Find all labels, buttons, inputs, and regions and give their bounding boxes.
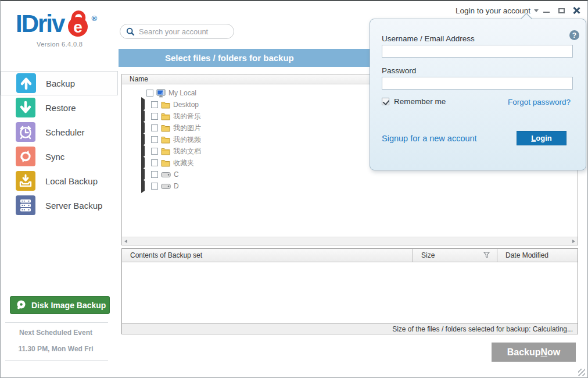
sidebar-item-label: Restore: [45, 103, 76, 113]
login-button-label: L: [531, 134, 536, 142]
chevron-down-icon: [534, 9, 539, 12]
question-mark-icon: ?: [572, 31, 576, 40]
upload-arrow-icon: [16, 73, 36, 93]
column-header-label: Size: [421, 251, 435, 259]
username-label: Username / Email Address: [382, 34, 475, 43]
login-button[interactable]: Login: [517, 131, 567, 145]
svg-text:e: e: [74, 18, 83, 36]
checkbox[interactable]: [151, 183, 158, 190]
idrive-logo: IDriv e ® Version 6.4.0.8: [16, 10, 97, 48]
disk-image-backup-label: Disk Image Backup: [31, 301, 106, 310]
login-popup: ? Username / Email Address Password Reme…: [370, 19, 586, 170]
login-account-label: Login to your account: [456, 6, 530, 15]
checkbox[interactable]: [151, 171, 158, 178]
folder-icon: [161, 101, 170, 109]
divider: [5, 322, 108, 323]
tree-label: C: [174, 170, 179, 179]
drive-icon: [161, 172, 171, 178]
close-button[interactable]: [569, 4, 584, 17]
sidebar-item-scheduler[interactable]: Scheduler: [1, 120, 119, 144]
resize-grip-icon[interactable]: [578, 369, 585, 376]
sidebar-item-label: Sync: [45, 152, 64, 162]
popup-caret: [520, 13, 533, 19]
status-text: Size of the files / folders selected for…: [392, 325, 573, 333]
remember-me-checkbox[interactable]: [382, 98, 389, 105]
tree-label: My Local: [168, 89, 196, 97]
lock-logo-icon: e: [65, 9, 91, 40]
checkbox[interactable]: [151, 124, 158, 131]
sidebar-item-server-backup[interactable]: Server Backup: [1, 193, 119, 217]
tray-icon: [16, 171, 35, 191]
status-bar: Size of the files / folders selected for…: [122, 323, 578, 334]
disk-image-backup-button[interactable]: Disk Image Backup: [10, 296, 110, 314]
sidebar-item-sync[interactable]: Sync: [1, 144, 119, 169]
folder-icon: [161, 147, 170, 155]
folder-icon: [161, 124, 170, 132]
app-window: Login to your account IDriv e ® Version …: [0, 0, 588, 378]
tree-row-drive[interactable]: D: [122, 180, 578, 192]
sidebar-item-restore[interactable]: Restore: [1, 95, 119, 120]
next-scheduled-event-time: 11.30 PM, Mon Wed Fri: [1, 345, 111, 353]
drive-icon: [161, 183, 171, 190]
sidebar-item-local-backup[interactable]: Local Backup: [1, 169, 119, 193]
checkbox[interactable]: [146, 90, 153, 97]
checkbox[interactable]: [151, 136, 158, 143]
backup-now-label: Backup: [507, 347, 541, 358]
maximize-button[interactable]: [554, 4, 569, 17]
checkbox[interactable]: [151, 113, 158, 120]
tree-label: D: [174, 182, 179, 190]
column-header-contents[interactable]: Contents of Backup set: [122, 249, 413, 262]
download-arrow-icon: [16, 98, 35, 117]
tree-row-drive[interactable]: C: [122, 169, 578, 180]
expander-icon[interactable]: [141, 179, 145, 193]
minimize-button[interactable]: [539, 4, 554, 17]
tree-label: 收藏夹: [173, 158, 194, 168]
sidebar-item-label: Backup: [46, 79, 75, 88]
search-input[interactable]: [139, 27, 226, 36]
sync-arrows-icon: [16, 147, 35, 166]
help-button[interactable]: ?: [569, 30, 579, 40]
username-field[interactable]: [382, 45, 573, 58]
tree-label: 我的音乐: [173, 112, 201, 122]
checkbox[interactable]: [151, 159, 158, 166]
sidebar-item-backup[interactable]: Backup: [1, 71, 118, 95]
remember-me-label: Remember me: [394, 97, 446, 106]
backup-now-button[interactable]: Backup Now: [492, 343, 576, 362]
tree-header-label: Name: [130, 75, 148, 83]
folder-icon: [161, 135, 170, 144]
divider: [5, 360, 108, 361]
sidebar-item-label: Local Backup: [45, 176, 98, 186]
scroll-left-icon[interactable]: [124, 240, 127, 243]
column-header-label: Date Modified: [505, 251, 548, 259]
tree-label: 我的文档: [173, 147, 201, 156]
remember-me-control[interactable]: Remember me: [382, 97, 446, 106]
column-header-size[interactable]: Size: [413, 249, 497, 262]
maximize-icon: [558, 8, 565, 13]
signup-link[interactable]: Signup for a new account: [382, 134, 477, 143]
password-field[interactable]: [382, 77, 573, 90]
sidebar-nav: Backup Restore Scheduler Sync Local Back…: [1, 71, 119, 217]
page-title: Select files / folders for backup: [119, 53, 294, 63]
search-icon: [126, 27, 135, 36]
version-label: Version 6.4.0.8: [37, 41, 97, 48]
brand-text: IDriv: [16, 10, 64, 37]
server-stack-icon: [16, 195, 35, 215]
sidebar-item-label: Scheduler: [45, 127, 85, 137]
filter-funnel-icon[interactable]: [483, 252, 490, 260]
disk-icon: [16, 299, 27, 311]
sidebar-item-label: Server Backup: [45, 201, 102, 211]
tree-label: 我的视频: [173, 135, 201, 145]
password-label: Password: [382, 66, 416, 75]
checkbox[interactable]: [151, 101, 158, 108]
minimize-icon: [543, 12, 550, 13]
computer-icon: [156, 89, 166, 98]
tree-label: 我的图片: [173, 123, 201, 133]
checkbox[interactable]: [151, 148, 158, 155]
search-bar[interactable]: [120, 24, 234, 39]
folder-icon: [161, 159, 170, 167]
column-header-date-modified[interactable]: Date Modified: [497, 249, 578, 262]
scroll-right-icon[interactable]: [572, 240, 575, 243]
next-scheduled-event-label: Next Scheduled Event: [1, 329, 111, 337]
forgot-password-link[interactable]: Forgot password?: [508, 98, 571, 106]
horizontal-scrollbar[interactable]: [122, 237, 578, 245]
